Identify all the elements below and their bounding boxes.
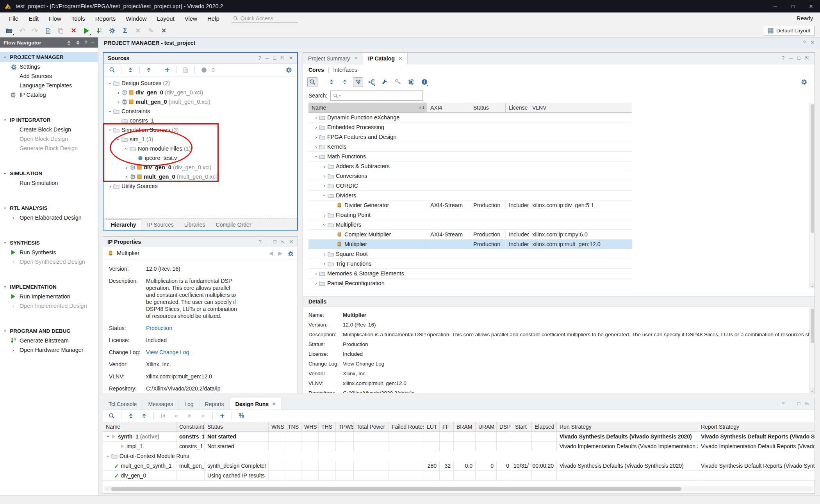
tree-item[interactable]: ›div_gen_0 (div_gen_0.xci) <box>103 88 297 97</box>
chevron-down-icon[interactable]: › <box>313 154 319 159</box>
license-button[interactable] <box>393 77 403 87</box>
chevron-right-icon[interactable]: › <box>322 164 328 169</box>
catalog-row[interactable]: ›Floating Point <box>308 210 632 220</box>
tab-design-runs[interactable]: Design Runs✕ <box>230 398 282 410</box>
chevron-down-icon[interactable]: › <box>105 454 111 459</box>
chevron-right-icon[interactable]: › <box>322 183 328 188</box>
generate-bitstream-button[interactable]: 0110 <box>93 25 105 36</box>
help-icon[interactable]: ? <box>803 40 806 45</box>
column-header-elapsed[interactable]: Elapsed <box>532 422 557 431</box>
chevron-right-icon[interactable]: › <box>322 261 328 266</box>
catalog-row[interactable]: Divider GeneratorAXI4-StreamProductionIn… <box>308 201 632 210</box>
tree-item[interactable]: ›Design Sources (2) <box>103 78 297 88</box>
chevron-right-icon[interactable]: › <box>322 174 328 179</box>
sidebar-item-settings[interactable]: Settings <box>0 62 98 71</box>
catalog-row[interactable]: ›Adders & Subtracters <box>308 161 632 171</box>
column-header-vlnv[interactable]: VLNV <box>529 103 632 112</box>
sidebar-item-generate-block-design[interactable]: Generate Block Design <box>0 144 98 153</box>
collapse-all-button[interactable] <box>125 65 135 75</box>
column-header-failed_routes[interactable]: Failed Routes <box>389 422 424 431</box>
close-icon[interactable]: ✕ <box>289 240 293 245</box>
chevron-right-icon[interactable]: › <box>116 90 121 95</box>
sidebar-item-create-block-design[interactable]: Create Block Design <box>0 125 98 134</box>
chevron-right-icon[interactable]: › <box>313 115 319 120</box>
layout-selector[interactable]: Default Layout <box>764 26 815 35</box>
chevron-down-icon[interactable]: › <box>105 434 111 439</box>
open-project-button[interactable]: ▾ <box>3 25 15 36</box>
column-header-run_strategy[interactable]: Run Strategy <box>557 422 698 431</box>
float-icon[interactable]: ⇱ <box>280 56 284 61</box>
tab-compile-order[interactable]: Compile Order <box>211 220 256 230</box>
catalog-row[interactable]: ›CORDIC <box>308 181 632 191</box>
sidebar-item-open-implemented-design[interactable]: ›Open Implemented Design <box>0 301 98 311</box>
minimize-icon[interactable]: ─ <box>789 56 793 61</box>
expand-all-button[interactable] <box>144 65 154 75</box>
settings-button[interactable] <box>283 65 294 75</box>
column-header-lut[interactable]: LUT <box>424 422 440 431</box>
maximize-icon[interactable]: □ <box>784 0 802 12</box>
compatible-families-button[interactable] <box>406 77 416 87</box>
property-link[interactable]: View Change Log <box>146 349 239 356</box>
maximize-icon[interactable]: □ <box>273 56 276 61</box>
help-icon[interactable]: ? <box>84 40 87 45</box>
catalog-row[interactable]: ›Partial Reconfiguration <box>308 279 632 288</box>
scrollbar-thumb[interactable] <box>811 309 814 343</box>
cancel-button[interactable]: ✕ <box>132 25 144 36</box>
column-header-axi4[interactable]: AXI4 <box>427 103 470 112</box>
catalog-row[interactable]: ›Math Functions <box>308 152 632 161</box>
chevron-down-icon[interactable]: › <box>322 222 328 227</box>
maximize-icon[interactable]: □ <box>797 401 800 406</box>
settings-button[interactable] <box>106 25 118 36</box>
gear-icon[interactable] <box>287 250 293 256</box>
minimize-icon[interactable]: ─ <box>766 0 784 12</box>
chevron-right-icon[interactable]: › <box>107 184 113 189</box>
tab-close-icon[interactable]: ✕ <box>272 401 276 406</box>
chevron-right-icon[interactable]: › <box>116 99 121 105</box>
search-button[interactable] <box>107 65 117 75</box>
save-file-button[interactable] <box>42 25 54 36</box>
property-link[interactable]: Production <box>343 341 368 348</box>
sidebar-item-run-implementation[interactable]: Run Implementation <box>0 292 98 301</box>
maximize-icon[interactable]: □ <box>797 56 800 61</box>
sidebar-item-add-sources[interactable]: Add Sources <box>0 71 98 81</box>
catalog-scrollbar[interactable]: ⌄ <box>809 103 815 288</box>
help-icon[interactable]: ? <box>259 240 262 245</box>
column-header-ff[interactable]: FF <box>440 422 454 431</box>
quick-access-input[interactable] <box>241 15 291 21</box>
design-run-row[interactable]: impl_1constrs_1Not startedVivado Impleme… <box>103 442 815 451</box>
catalog-row[interactable]: MultiplierProductionIncludedxilinx.com:i… <box>308 240 632 249</box>
run-button[interactable]: ▾ <box>80 25 93 36</box>
horizontal-scrollbar[interactable]: ‹ <box>104 486 813 492</box>
resume-button[interactable] <box>185 411 195 421</box>
minimize-icon[interactable]: ─ <box>91 40 94 45</box>
column-header-total_power[interactable]: Total Power <box>354 422 389 431</box>
property-link[interactable]: View Change Log <box>343 360 384 367</box>
catalog-row[interactable]: ›Kernels <box>308 142 632 152</box>
column-header-whs[interactable]: WHS <box>301 422 319 431</box>
tab-messages[interactable]: Messages <box>143 398 179 410</box>
back-icon[interactable]: ◀ <box>269 250 273 256</box>
menu-view[interactable]: View <box>180 13 202 24</box>
subtab-interfaces[interactable]: Interfaces <box>333 67 357 73</box>
catalog-row[interactable]: Complex MultiplierAXI4-StreamProductionI… <box>308 230 632 240</box>
design-run-row[interactable]: ✓mult_gen_0_synth_1mult_gen_0synth_desig… <box>103 461 815 471</box>
maximize-icon[interactable]: □ <box>273 240 276 245</box>
tree-item[interactable]: ›mult_gen_0 (mult_gen_0.xci) <box>103 97 297 106</box>
catalog-row[interactable]: ›Multipliers <box>308 220 632 230</box>
quick-access-search[interactable] <box>232 14 298 23</box>
details-scrollbar[interactable]: ⌄ <box>809 307 815 393</box>
help-icon[interactable]: ? <box>782 401 784 406</box>
edit-button[interactable]: ✎ <box>145 25 157 36</box>
sidebar-item-open-block-design[interactable]: Open Block Design <box>0 134 98 144</box>
float-icon[interactable]: ⇱ <box>805 56 809 61</box>
expand-all-button[interactable] <box>340 77 350 87</box>
tab-tcl-console[interactable]: Tcl Console <box>103 398 143 410</box>
copy-button[interactable] <box>55 25 67 36</box>
scroll-down-icon[interactable]: ⌄ <box>810 388 815 393</box>
abort-button[interactable]: ✕ <box>158 25 170 36</box>
nav-section-header[interactable]: ›IMPLEMENTATION <box>0 282 98 292</box>
design-run-row[interactable]: ✓div_gen_0Using cached IP results <box>103 471 815 481</box>
sidebar-item-open-hardware-manager[interactable]: ›Open Hardware Manager <box>0 345 98 355</box>
chevron-right-icon[interactable]: › <box>313 135 319 140</box>
column-header-tpws[interactable]: TPWS <box>336 422 354 431</box>
